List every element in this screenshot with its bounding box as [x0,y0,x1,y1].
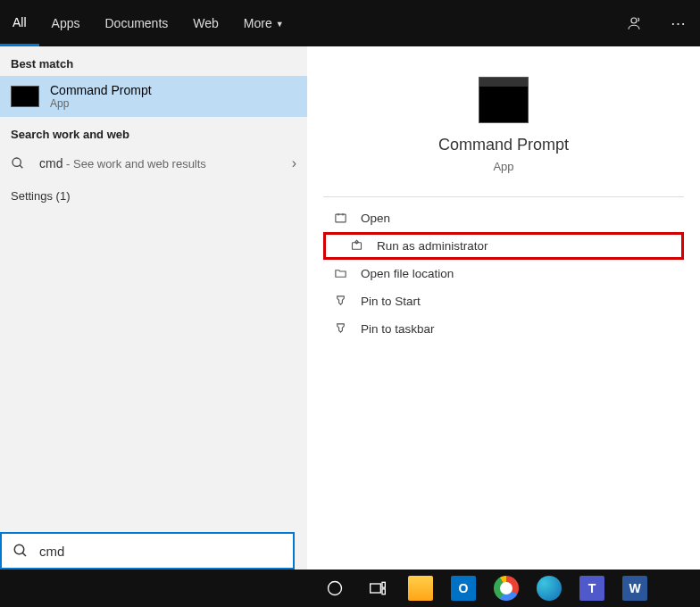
svg-line-6 [22,553,26,556]
svg-line-2 [20,165,22,168]
taskbar: O T W [0,570,700,607]
preview-app-icon [479,77,529,123]
outlook-button[interactable]: O [445,570,482,607]
action-pin-taskbar[interactable]: Pin to taskbar [307,315,700,343]
result-title: Command Prompt [50,83,152,97]
folder-icon [332,267,348,280]
caret-down-icon: ▼ [276,20,284,29]
action-open-location[interactable]: Open file location [307,260,700,287]
cortana-button[interactable] [316,570,354,607]
svg-point-7 [329,582,342,595]
search-input[interactable] [39,544,282,559]
preview-pane: Command Prompt App Open Run as administr… [307,46,700,570]
teams-button[interactable]: T [573,570,611,607]
edge-button[interactable] [530,570,568,607]
search-icon [11,156,27,170]
search-icon [12,543,29,559]
svg-point-1 [12,158,21,166]
action-pin-start-label: Pin to Start [361,295,421,308]
tab-documents[interactable]: Documents [92,0,180,46]
web-hint: - See work and web results [62,157,205,170]
tab-web[interactable]: Web [180,0,231,46]
action-open[interactable]: Open [307,204,700,232]
admin-shield-icon [348,239,364,253]
pin-start-icon [332,295,348,308]
result-command-prompt[interactable]: Command Prompt App [0,76,307,117]
pin-taskbar-icon [332,322,348,336]
web-query: cmd [39,156,62,170]
preview-title: Command Prompt [307,136,700,154]
chrome-button[interactable] [488,570,525,607]
svg-rect-8 [371,584,381,593]
action-run-admin-label: Run as administrator [377,239,488,253]
cmd-icon [11,86,39,107]
result-type: App [50,97,152,110]
action-open-label: Open [361,212,390,225]
svg-rect-9 [382,582,385,587]
word-button[interactable]: W [616,570,654,607]
preview-type: App [307,160,700,173]
svg-point-0 [631,18,637,23]
open-icon [332,212,348,225]
file-explorer-button[interactable] [402,570,439,607]
action-open-location-label: Open file location [361,267,454,280]
search-work-web-label: Search work and web [0,117,307,146]
divider [323,196,684,197]
action-pin-start[interactable]: Pin to Start [307,287,700,315]
svg-rect-3 [335,214,345,222]
svg-rect-10 [382,589,385,595]
results-column: Best match Command Prompt App Search wor… [0,46,307,570]
task-view-button[interactable] [359,570,396,607]
action-pin-taskbar-label: Pin to taskbar [361,322,435,336]
tab-apps[interactable]: Apps [39,0,93,46]
feedback-icon[interactable] [612,0,656,46]
svg-point-5 [14,545,24,554]
search-bar[interactable] [0,532,295,570]
action-run-admin[interactable]: Run as administrator [323,232,684,260]
tab-more[interactable]: More▼ [231,0,296,46]
search-tabs: All Apps Documents Web More▼ ⋯ [0,0,700,46]
settings-group[interactable]: Settings (1) [0,180,307,212]
tab-all[interactable]: All [0,0,39,46]
web-result-cmd[interactable]: cmd - See work and web results › [0,146,307,180]
best-match-label: Best match [0,46,307,76]
more-options-icon[interactable]: ⋯ [656,0,700,46]
chevron-right-icon: › [292,155,296,171]
